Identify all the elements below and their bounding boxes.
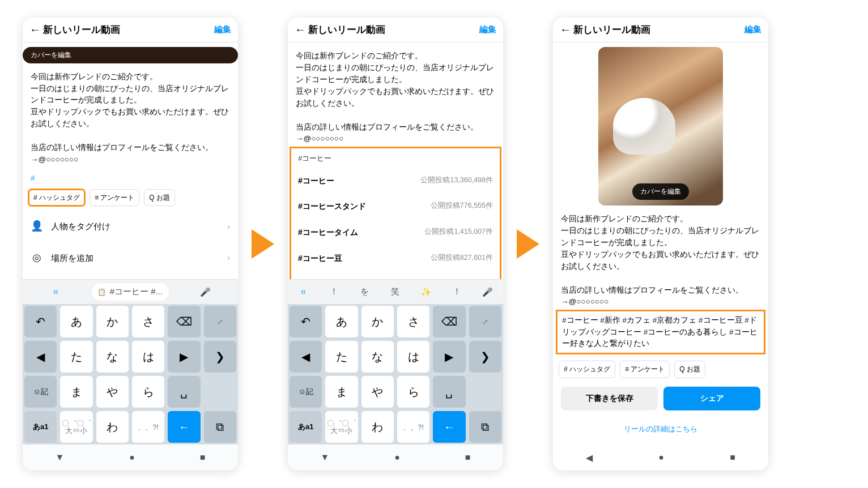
key-ha[interactable]: は <box>397 341 429 373</box>
key-size[interactable]: 〇゛〇゜ 大⇔小 <box>325 411 358 443</box>
reel-details-link[interactable]: リールの詳細はこちら <box>553 418 768 444</box>
key-ma[interactable]: ま <box>325 376 358 408</box>
back-icon[interactable]: ← <box>295 23 308 36</box>
edit-button[interactable]: 編集 <box>479 24 496 35</box>
key-undo[interactable]: ↶ <box>290 306 322 337</box>
mic-icon[interactable]: 🎤 <box>172 287 238 297</box>
key-next[interactable]: ❯ <box>469 341 501 373</box>
topic-chip[interactable]: Q お題 <box>144 189 175 207</box>
key-left[interactable]: ◀ <box>290 341 322 373</box>
hashtag-suggestion[interactable]: #コーヒースタンド公開投稿776,555件 <box>290 194 501 220</box>
nav-home-icon[interactable]: ● <box>658 452 664 463</box>
edit-button[interactable]: 編集 <box>214 24 231 35</box>
key-mode[interactable]: あa1 <box>290 411 322 443</box>
flow-arrow-1 <box>252 229 274 259</box>
poll-chip[interactable]: ≡ アンケート <box>620 361 670 378</box>
key-split[interactable]: ⧉ <box>204 411 236 443</box>
key-next[interactable]: ❯ <box>204 341 236 373</box>
back-icon[interactable]: ← <box>560 23 573 36</box>
key-left[interactable]: ◀ <box>24 341 57 373</box>
key-ya[interactable]: や <box>361 376 394 408</box>
back-icon[interactable]: ← <box>29 23 43 36</box>
key-ta[interactable]: た <box>325 341 358 373</box>
kb-suggest[interactable]: 笑 <box>380 286 411 297</box>
key-undo[interactable]: ↶ <box>24 306 57 337</box>
kb-apps-icon[interactable]: ⌗ <box>288 287 318 297</box>
caption-cursor[interactable]: # <box>31 173 230 185</box>
topic-chip[interactable]: Q お題 <box>674 361 705 378</box>
hashtag-chip[interactable]: # ハッシュタグ <box>559 361 615 378</box>
nav-back-icon[interactable]: ◀ <box>586 452 593 463</box>
caption-text[interactable]: 今回は新作ブレンドのご紹介です。 一日のはじまりの朝にぴったりの、当店オリジナル… <box>561 213 760 308</box>
key-ya[interactable]: や <box>96 376 129 408</box>
key-a[interactable]: あ <box>60 306 92 337</box>
mic-icon[interactable]: 🎤 <box>473 287 503 297</box>
key-expand[interactable]: ⤢ <box>469 306 501 337</box>
hashtag-chip[interactable]: # ハッシュタグ <box>28 189 85 207</box>
key-punct[interactable]: 、。?! <box>132 411 164 443</box>
key-wa[interactable]: わ <box>361 411 394 443</box>
hashtag-suggestion[interactable]: #コーヒータイム公開投稿1,415,007件 <box>290 220 501 246</box>
save-draft-button[interactable]: 下書きを保存 <box>561 387 658 410</box>
kb-suggest[interactable]: を <box>350 286 380 297</box>
key-mode[interactable]: あa1 <box>24 411 57 443</box>
nav-recent-icon[interactable]: ■ <box>200 452 206 463</box>
key-wa[interactable]: わ <box>96 411 129 443</box>
key-size[interactable]: 〇゛〇゜ 大⇔小 <box>60 411 92 443</box>
nav-back-icon[interactable]: ▼ <box>320 452 329 463</box>
key-space[interactable]: ␣ <box>168 376 200 408</box>
share-button[interactable]: シェア <box>663 387 760 410</box>
clipboard-suggestion[interactable]: 📋 #コーヒー #... <box>92 283 169 301</box>
nav-home-icon[interactable]: ● <box>394 452 400 463</box>
nav-recent-icon[interactable]: ■ <box>465 452 471 463</box>
key-ta[interactable]: た <box>60 341 92 373</box>
key-ka[interactable]: か <box>96 306 129 337</box>
flow-arrow-2 <box>517 229 539 259</box>
key-sa[interactable]: さ <box>397 306 429 337</box>
key-ka[interactable]: か <box>361 306 394 337</box>
edit-cover-button[interactable]: カバーを編集 <box>632 183 689 200</box>
action-buttons: 下書きを保存 シェア <box>553 379 768 418</box>
edit-button[interactable]: 編集 <box>744 24 761 35</box>
final-hashtags[interactable]: #コーヒー #新作 #カフェ #京都カフェ #コーヒー豆 #ドリップバッグコーヒ… <box>556 310 765 354</box>
key-ra[interactable]: ら <box>397 376 429 408</box>
typed-hashtag[interactable]: #コーヒー <box>290 148 501 168</box>
poll-chip[interactable]: ≡ アンケート <box>90 189 139 207</box>
key-ra[interactable]: ら <box>132 376 164 408</box>
hashtag-suggestion[interactable]: #コーヒー豆公開投稿827,601件 <box>290 246 501 272</box>
key-sa[interactable]: さ <box>132 306 164 337</box>
tag-people-option[interactable]: 👤人物をタグ付け› <box>23 211 238 242</box>
key-right[interactable]: ▶ <box>433 341 465 373</box>
key-emoji[interactable]: ☺記 <box>290 376 322 408</box>
hashtag-suggestion[interactable]: #コーヒー公開投稿13,360,498件 <box>290 168 501 194</box>
nav-recent-icon[interactable]: ■ <box>730 452 735 463</box>
reel-cover-preview[interactable]: カバーを編集 <box>598 47 723 206</box>
key-enter[interactable]: ← <box>168 411 200 443</box>
add-location-option[interactable]: ◎場所を追加› <box>23 242 238 274</box>
key-right[interactable]: ▶ <box>168 341 200 373</box>
caption-text[interactable]: 今回は新作ブレンドのご紹介です。 一日のはじまりの朝にぴったりの、当店オリジナル… <box>296 50 495 145</box>
key-backspace[interactable]: ⌫ <box>433 306 465 337</box>
key-ma[interactable]: ま <box>60 376 92 408</box>
nav-back-icon[interactable]: ▼ <box>55 452 64 463</box>
key-punct[interactable]: 、。?! <box>397 411 429 443</box>
key-enter[interactable]: ← <box>433 411 465 443</box>
key-space[interactable]: ␣ <box>433 376 465 408</box>
kb-suggest[interactable]: ！ <box>318 286 349 297</box>
key-split[interactable]: ⧉ <box>469 411 501 443</box>
kb-apps-icon[interactable]: ⌗ <box>23 287 88 297</box>
key-backspace[interactable]: ⌫ <box>168 306 200 337</box>
edit-cover-button[interactable]: カバーを編集 <box>23 47 238 63</box>
key-expand[interactable]: ⤢ <box>204 306 236 337</box>
hashtag-suggestion[interactable]: #コーヒーゼリー公開投稿455,293件 <box>290 271 501 279</box>
key-ha[interactable]: は <box>132 341 164 373</box>
nav-home-icon[interactable]: ● <box>129 452 135 463</box>
kb-suggest[interactable]: ！ <box>441 286 472 297</box>
key-a[interactable]: あ <box>325 306 358 337</box>
audience-option[interactable]: 👁共有範囲フォロワー› <box>23 274 238 279</box>
key-na[interactable]: な <box>361 341 394 373</box>
kb-suggest[interactable]: ✨ <box>411 287 441 297</box>
caption-text[interactable]: 今回は新作ブレンドのご紹介です。 一日のはじまりの朝にぴったりの、当店オリジナル… <box>31 71 230 166</box>
key-na[interactable]: な <box>96 341 129 373</box>
key-emoji[interactable]: ☺記 <box>24 376 57 408</box>
